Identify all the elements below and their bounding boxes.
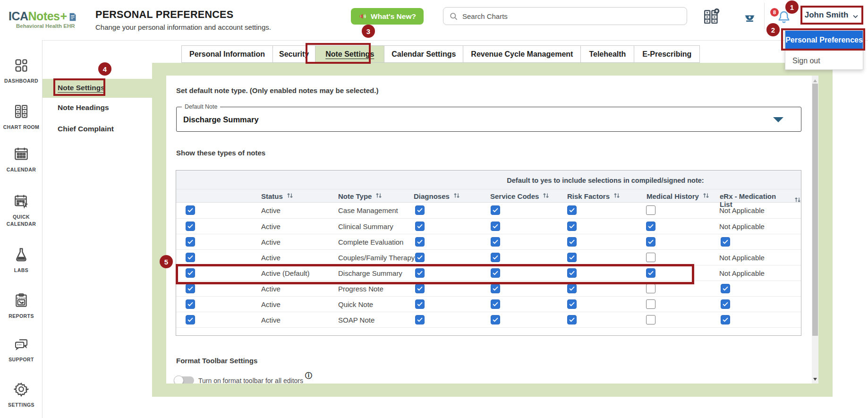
diagnoses-checkbox[interactable] <box>415 237 425 247</box>
diagnoses-checkbox[interactable] <box>415 299 425 309</box>
row-enabled-checkbox[interactable] <box>186 284 195 293</box>
tab-e-prescribing[interactable]: E-Prescribing <box>634 45 700 63</box>
sidebar-item-reports[interactable]: REPORTS <box>0 293 43 320</box>
column-header-note-type[interactable]: Note Type <box>338 192 382 200</box>
tab-telehealth[interactable]: Telehealth <box>580 45 634 63</box>
row-enabled-checkbox[interactable] <box>186 315 195 324</box>
diagnoses-checkbox[interactable] <box>415 284 425 293</box>
risk-factors-checkbox[interactable] <box>567 299 577 309</box>
panel-scrollbar[interactable] <box>812 76 818 384</box>
medical-history-checkbox[interactable] <box>646 268 655 278</box>
service-codes-checkbox[interactable] <box>491 253 500 262</box>
note-type-row-clinical-summary: ActiveClinical SummaryNot Applicable <box>176 218 801 234</box>
sidebar-item-quick-calendar[interactable]: QUICK CALENDAR <box>0 194 43 228</box>
erx-checkbox[interactable] <box>721 299 730 309</box>
erx-checkbox[interactable] <box>721 315 730 324</box>
sidebar-item-chart-room[interactable]: CHART ROOM <box>0 104 43 131</box>
risk-factors-checkbox[interactable] <box>567 253 577 262</box>
subnav-item-chief-complaint[interactable]: Chief Complaint <box>58 125 114 133</box>
sort-icon[interactable] <box>375 192 382 200</box>
service-codes-checkbox[interactable] <box>491 284 500 293</box>
note-type-row-quick-note: ActiveQuick Note <box>176 296 801 312</box>
column-header-diagnoses[interactable]: Diagnoses <box>414 192 460 200</box>
note-type-cell: SOAP Note <box>338 312 374 328</box>
default-note-select[interactable]: Default Note Discharge Summary <box>176 107 801 132</box>
risk-factors-checkbox[interactable] <box>567 315 577 324</box>
search-icon <box>449 12 458 21</box>
risk-factors-checkbox[interactable] <box>567 222 577 231</box>
subnav-item-note-settings[interactable]: Note Settings <box>58 84 105 92</box>
column-header-status[interactable]: Status <box>261 192 293 200</box>
medical-history-checkbox[interactable] <box>646 222 655 231</box>
service-codes-checkbox[interactable] <box>491 268 500 278</box>
note-type-cell: Quick Note <box>338 297 373 312</box>
chart-room-add-icon[interactable] <box>703 8 720 25</box>
tab-revenue-cycle-management[interactable]: Revenue Cycle Management <box>463 45 581 63</box>
risk-factors-checkbox[interactable] <box>567 205 577 215</box>
dashboard-icon <box>14 66 29 74</box>
tab-personal-information[interactable]: Personal Information <box>181 45 273 63</box>
tab-security[interactable]: Security <box>272 45 315 63</box>
row-enabled-checkbox[interactable] <box>186 299 195 309</box>
menu-item-personal-preferences[interactable]: Personal Preferences <box>785 31 863 50</box>
service-codes-checkbox[interactable] <box>491 205 500 215</box>
note-type-cell: Progress Note <box>338 281 383 297</box>
sort-icon[interactable] <box>453 192 460 200</box>
sidebar-item-dashboard[interactable]: DASHBOARD <box>0 58 43 85</box>
sidebar-item-support[interactable]: SUPPORT <box>0 336 43 363</box>
diagnoses-checkbox[interactable] <box>415 268 425 278</box>
diagnoses-checkbox[interactable] <box>415 253 425 262</box>
sidebar-item-label: QUICK CALENDAR <box>0 213 43 228</box>
diagnoses-checkbox[interactable] <box>415 315 425 324</box>
medical-history-checkbox[interactable] <box>646 299 655 309</box>
diagnoses-checkbox[interactable] <box>415 205 425 215</box>
user-menu-button[interactable]: John Smith <box>800 6 863 25</box>
medical-history-checkbox[interactable] <box>646 237 655 247</box>
medical-history-checkbox[interactable] <box>646 205 655 215</box>
sidebar-item-calendar[interactable]: CALENDAR <box>0 146 43 173</box>
scroll-down-arrow[interactable] <box>813 378 817 381</box>
row-enabled-checkbox[interactable] <box>186 268 195 278</box>
column-header-service-codes[interactable]: Service Codes <box>490 192 549 200</box>
column-header-medical-history[interactable]: Medical History <box>647 192 709 200</box>
service-codes-checkbox[interactable] <box>491 237 500 247</box>
row-enabled-checkbox[interactable] <box>186 253 195 262</box>
erx-checkbox[interactable] <box>721 284 730 293</box>
tab-note-settings[interactable]: Note Settings <box>315 45 384 63</box>
format-toolbar-heading: Format Toolbar Settings <box>176 357 257 365</box>
medical-history-checkbox[interactable] <box>646 315 655 324</box>
service-codes-checkbox[interactable] <box>491 222 500 231</box>
info-icon[interactable]: ⓘ <box>305 371 312 380</box>
sort-icon[interactable] <box>613 192 620 200</box>
risk-factors-checkbox[interactable] <box>567 284 577 293</box>
whats-new-button[interactable]: What's New? <box>351 8 424 25</box>
chart-room-icon <box>14 112 29 120</box>
sidebar-item-settings[interactable]: SETTINGS <box>0 382 43 409</box>
risk-factors-checkbox[interactable] <box>567 268 577 278</box>
medical-history-checkbox[interactable] <box>646 284 655 293</box>
column-header-risk-factors[interactable]: Risk Factors <box>567 192 620 200</box>
sidebar-item-labs[interactable]: LABS <box>0 247 43 274</box>
row-enabled-checkbox[interactable] <box>186 222 195 231</box>
scroll-up-arrow[interactable] <box>813 79 817 82</box>
tab-calendar-settings[interactable]: Calendar Settings <box>384 45 463 63</box>
scrollbar-thumb[interactable] <box>812 84 818 336</box>
menu-item-sign-out[interactable]: Sign out <box>792 52 820 69</box>
search-charts-input[interactable] <box>462 12 661 20</box>
service-codes-checkbox[interactable] <box>491 299 500 309</box>
row-enabled-checkbox[interactable] <box>186 237 195 247</box>
format-toolbar-toggle[interactable] <box>175 376 194 384</box>
sort-icon[interactable] <box>703 192 709 200</box>
subnav-item-note-headings[interactable]: Note Headings <box>58 103 109 112</box>
app-window: ICANotes+ Behavioral Health EHR PERSONAL… <box>0 0 868 418</box>
sort-icon[interactable] <box>287 192 293 200</box>
sort-icon[interactable] <box>543 192 549 200</box>
search-charts-box[interactable] <box>443 7 687 25</box>
risk-factors-checkbox[interactable] <box>567 237 577 247</box>
diagnoses-checkbox[interactable] <box>415 222 425 231</box>
service-codes-checkbox[interactable] <box>491 315 500 324</box>
erx-checkbox[interactable] <box>721 237 730 247</box>
row-enabled-checkbox[interactable] <box>186 205 195 215</box>
pharmacy-add-icon[interactable] <box>743 10 756 23</box>
medical-history-checkbox[interactable] <box>646 253 655 262</box>
